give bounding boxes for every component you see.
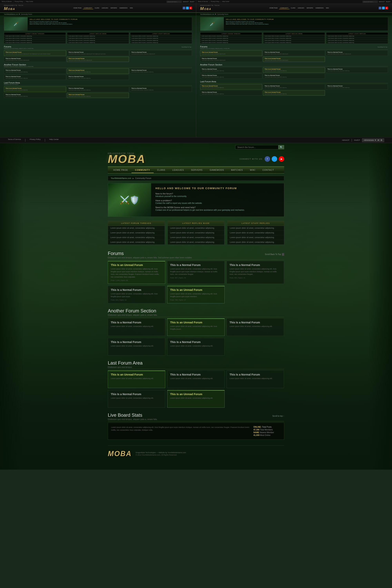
small-forum-card[interactable]: This Is a Normal Forum Lorem ipsum dolor…: [130, 68, 192, 74]
small-forum-card[interactable]: This Is a Normal Forum Lorem ipsum dolor…: [67, 75, 129, 80]
latest-thread-item[interactable]: Lorem ipsum dolor sit amet, consectetur …: [108, 235, 165, 240]
small-forum-card-r[interactable]: This Is a Normal Forum Lorem ipsum dolor…: [326, 50, 388, 56]
small-reply-item[interactable]: Lorem ipsum dolor sit amet, consectetur …: [67, 35, 129, 37]
search-button[interactable]: 🔍: [278, 145, 284, 149]
small-nav-wiki[interactable]: WIKI: [129, 7, 134, 9]
small-forum-card[interactable]: This Is an Unread Forum Lorem ipsum dolo…: [4, 50, 66, 56]
forum-card-normal-1[interactable]: This Is a Normal Forum Lorem ipsum dolor…: [167, 261, 224, 284]
admincp-link-r[interactable]: AdminCP: [379, 1, 385, 2]
welcome-link-1[interactable]: Introduce yourself to the community.: [156, 195, 280, 197]
forum-card-s3-4[interactable]: This Is a Normal Forum Lorem ipsum dolor…: [108, 390, 165, 408]
facebook-button[interactable]: f: [264, 156, 270, 162]
forum-card-unread-1[interactable]: This Is an Unread Forum Lorem ipsum dolo…: [108, 261, 165, 284]
small-forum-card-r[interactable]: This Is a Normal Forum Lorem ipsum dolor…: [263, 84, 325, 90]
small-thread-item[interactable]: Lorem ipsum dolor sit amet, consectetur …: [4, 40, 66, 42]
small-reply-item-r[interactable]: Lorem ipsum dolor sit amet, consectetur …: [264, 35, 325, 37]
small-forum-card-r[interactable]: This Is a Normal Forum Lorem ipsum dolor…: [200, 74, 262, 79]
scroll-top-1[interactable]: Scroll Back To Top ↑: [265, 253, 284, 256]
forum-card-s2-2[interactable]: This Is an Unread Forum Lorem ipsum dolo…: [167, 318, 224, 336]
scroll-top-stats[interactable]: Scroll to top ↑: [272, 415, 284, 417]
small-forum-card-r[interactable]: This Is an Unread Forum Lorem ipsum dolo…: [200, 50, 262, 56]
small-nav-gamemods-r[interactable]: GAMEMODS: [314, 7, 324, 9]
small-nav-home-r[interactable]: HOME PAGE: [268, 7, 279, 9]
small-welcome-link1-r[interactable]: New to the forum? Introduce yourself to …: [226, 21, 386, 22]
latest-reply-item[interactable]: Lorem ipsum dolor sit amet, consectetur …: [168, 230, 224, 235]
latest-thread-item[interactable]: Lorem ipsum dolor sit amet, consectetur …: [108, 230, 165, 235]
small-forum-card[interactable]: This Is a Normal Forum Lorem ipsum dolor…: [130, 50, 192, 56]
forum-card-unread-2[interactable]: This Is an Unread Forum Lorem ipsum dolo…: [167, 286, 224, 304]
latest-thread-item[interactable]: Lorem ipsum dolor sit amet, consectetur …: [108, 226, 165, 230]
youtube-button[interactable]: ▶: [279, 156, 284, 162]
small-staff-item-r[interactable]: Lorem ipsum dolor sit amet, consectetur …: [326, 35, 388, 37]
forum-card-normal-3[interactable]: This Is a Normal Forum Lorem ipsum dolor…: [108, 286, 165, 304]
small-staff-item[interactable]: Lorem ipsum dolor sit amet, consectetur …: [130, 42, 192, 44]
small-reply-item-r[interactable]: Lorem ipsum dolor sit amet, consectetur …: [264, 42, 325, 44]
latest-staff-item[interactable]: Lorem ipsum dolor sit amet, consectetur …: [227, 226, 284, 230]
small-forum-card-r[interactable]: This Is a Normal Forum Lorem ipsum dolor…: [326, 84, 388, 90]
small-facebook-btn[interactable]: f: [183, 7, 186, 10]
latest-thread-item[interactable]: Lorem ipsum dolor sit amet, consectetur …: [108, 240, 165, 244]
admincp-main[interactable]: AdminCP: [342, 139, 349, 141]
small-forum-card[interactable]: This Is an Unread Forum Lorem ipsum dolo…: [67, 68, 129, 74]
small-nav-leagues-r[interactable]: LEAGUES: [297, 7, 305, 9]
small-yt-btn[interactable]: ▶: [189, 7, 192, 10]
small-reply-item[interactable]: Lorem ipsum dolor sit amet, consectetur …: [67, 42, 129, 44]
small-thread-item[interactable]: Lorem ipsum dolor sit amet, consectetur …: [4, 35, 66, 37]
modcp-link[interactable]: ModCP: [190, 1, 194, 2]
small-forum-card[interactable]: This Is an Unread Forum Lorem ipsum dolo…: [67, 57, 129, 62]
small-forum-card[interactable]: This Is a Normal Forum Lorem ipsum dolor…: [4, 93, 66, 98]
small-forum-card-r[interactable]: This Is an Unread Forum Lorem ipsum dolo…: [200, 84, 262, 90]
modcp-main[interactable]: ModCP: [354, 139, 360, 141]
small-thread-item[interactable]: Lorem ipsum dolor sit amet, consectetur …: [4, 37, 66, 40]
nav-home[interactable]: HOME PAGE: [110, 167, 132, 173]
privacy-link-main[interactable]: Privacy Policy: [30, 138, 40, 142]
small-staff-item[interactable]: Lorem ipsum dolor sit amet, consectetur …: [130, 40, 192, 42]
small-forum-card-r[interactable]: This Is a Normal Forum Lorem ipsum dolor…: [326, 67, 388, 73]
terms-link[interactable]: Terms of Service: [8, 138, 21, 142]
nav-gamemods[interactable]: GAMEMODS: [206, 167, 228, 173]
nav-wiki[interactable]: WIKI: [246, 167, 259, 173]
small-scroll-top[interactable]: Scroll Back To Top ↑: [182, 46, 192, 48]
small-welcome-link3-r[interactable]: Need to the MOBA Scene and need help? Co…: [226, 24, 386, 25]
forum-card-s3-5[interactable]: This Is an Unread Forum Lorem ipsum dolo…: [167, 390, 224, 408]
admincp-link[interactable]: AdminCP: [183, 1, 189, 2]
help-link-main[interactable]: Help Center: [49, 138, 58, 142]
small-facebook-btn-r[interactable]: f: [379, 7, 382, 10]
forum-card-normal-2[interactable]: This Is a Normal Forum Lorem ipsum dolor…: [226, 261, 284, 284]
small-forum-card[interactable]: This Is a Normal Forum Lorem ipsum dolor…: [4, 57, 66, 62]
privacy-link[interactable]: Privacy Policy: [14, 1, 23, 2]
small-nav-clans[interactable]: CLANS: [94, 7, 100, 9]
small-nav-community[interactable]: COMMUNITY: [83, 7, 93, 9]
small-forum-card[interactable]: This Is a Normal Forum Lorem ipsum dolor…: [4, 75, 66, 80]
welcome-link-2[interactable]: Contact the staff to report any issues w…: [156, 202, 280, 204]
latest-reply-item[interactable]: Lorem ipsum dolor sit amet, consectetur …: [168, 235, 224, 240]
small-nav-servers[interactable]: SERVERS: [110, 7, 118, 9]
small-forum-card-r[interactable]: This Is an Unread Forum Lorem ipsum dolo…: [263, 57, 325, 62]
small-yt-btn-r[interactable]: ▶: [385, 7, 388, 10]
twitter-button[interactable]: 🐦: [272, 156, 277, 162]
small-nav-wiki-r[interactable]: WIKI: [325, 7, 330, 9]
forum-card-s3-1[interactable]: This Is an Unread Forum Lorem ipsum dolo…: [108, 370, 165, 388]
small-nav-clans-r[interactable]: CLANS: [290, 7, 296, 9]
user-box[interactable]: Administrator ▼ ✉ ⚙: [362, 138, 384, 142]
small-forum-card[interactable]: This Is an Unread Forum Lorem ipsum dolo…: [4, 86, 66, 92]
small-reply-item-r[interactable]: Lorem ipsum dolor sit amet, consectetur …: [264, 37, 325, 40]
main-search-input[interactable]: [235, 145, 278, 149]
small-reply-item[interactable]: Lorem ipsum dolor sit amet, consectetur …: [67, 37, 129, 40]
settings-icon[interactable]: ⚙: [380, 139, 382, 142]
small-nav-community-r[interactable]: COMMUNITY: [279, 7, 290, 9]
nav-contact[interactable]: CONTACT: [259, 167, 278, 173]
forum-card-s2-4[interactable]: This Is a Normal Forum Lorem ipsum dolor…: [108, 338, 165, 356]
small-thread-item-r[interactable]: Lorem ipsum dolor sit amet, consectetur …: [200, 35, 262, 37]
small-forum-card-r[interactable]: This Is a Normal Forum Lorem ipsum dolor…: [263, 50, 325, 56]
small-forum-card[interactable]: This Is an Unread Forum Lorem ipsum dolo…: [67, 93, 129, 98]
help-link-r[interactable]: Help Center: [222, 1, 229, 2]
small-twitter-btn-r[interactable]: t: [382, 7, 385, 10]
small-forum-card-r[interactable]: This Is a Normal Forum Lorem ipsum dolor…: [200, 90, 262, 96]
small-staff-item-r[interactable]: Lorem ipsum dolor sit amet, consectetur …: [326, 37, 388, 40]
small-staff-item[interactable]: Lorem ipsum dolor sit amet, consectetur …: [130, 35, 192, 37]
small-reply-item-r[interactable]: Lorem ipsum dolor sit amet, consectetur …: [264, 40, 325, 42]
small-forum-card[interactable]: This Is a Normal Forum Lorem ipsum dolor…: [67, 86, 129, 92]
small-welcome-link3[interactable]: Need to the MOBA Scene and need help? Co…: [30, 24, 190, 25]
small-staff-item-r[interactable]: Lorem ipsum dolor sit amet, consectetur …: [326, 42, 388, 44]
